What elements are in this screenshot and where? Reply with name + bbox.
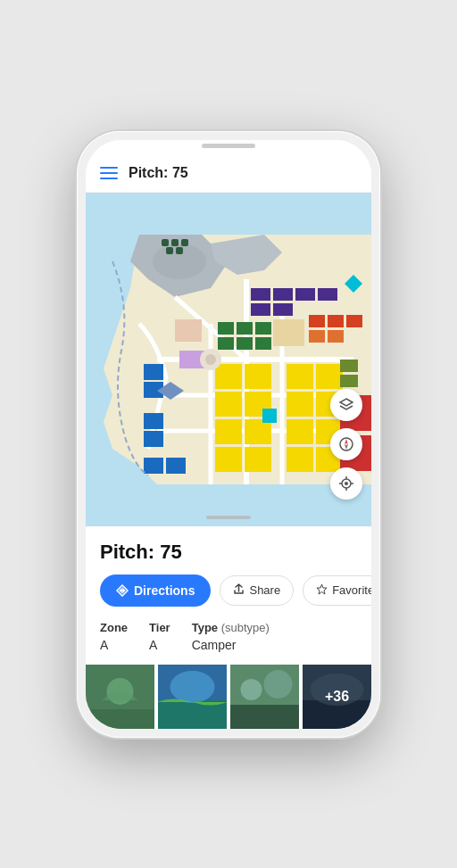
- zone-label: Zone: [100, 621, 128, 634]
- favorite-button[interactable]: Favorite: [303, 575, 371, 606]
- photo-thumb-1[interactable]: [86, 665, 154, 729]
- type-column: Type (subtype) Camper: [192, 621, 270, 652]
- type-label: Type (subtype): [192, 621, 270, 634]
- svg-rect-35: [218, 322, 234, 335]
- svg-rect-56: [340, 360, 358, 372]
- svg-rect-37: [218, 337, 234, 350]
- map-svg: [86, 193, 371, 526]
- svg-rect-36: [237, 322, 253, 335]
- zone-column: Zone A: [100, 621, 128, 652]
- compass-button[interactable]: [330, 428, 362, 460]
- menu-button[interactable]: [100, 167, 118, 179]
- svg-rect-30: [273, 288, 293, 301]
- action-buttons: Directions Share: [100, 575, 357, 607]
- svg-rect-57: [340, 375, 358, 387]
- tier-value: A: [149, 638, 170, 652]
- svg-rect-13: [287, 364, 313, 389]
- svg-rect-46: [273, 319, 304, 346]
- photo-strip: +36: [86, 665, 371, 729]
- svg-rect-28: [166, 458, 186, 474]
- svg-rect-79: [230, 705, 299, 729]
- svg-rect-32: [318, 288, 337, 301]
- type-subtype: (subtype): [221, 621, 270, 634]
- svg-point-80: [241, 679, 262, 700]
- zone-value: A: [100, 638, 128, 652]
- tier-column: Tier A: [149, 621, 170, 652]
- svg-rect-43: [346, 315, 362, 327]
- photo-thumb-2[interactable]: [158, 665, 227, 729]
- svg-marker-60: [345, 444, 348, 450]
- svg-rect-21: [287, 447, 313, 472]
- photo-more-count: +36: [325, 689, 349, 705]
- svg-point-81: [264, 670, 293, 699]
- svg-point-77: [170, 671, 215, 703]
- bottom-panel: Pitch: 75 Directions: [86, 526, 371, 729]
- info-table: Zone A Tier A Type (subtype) Camper: [100, 621, 357, 652]
- share-button[interactable]: Share: [220, 575, 294, 606]
- map-area[interactable]: [86, 193, 371, 526]
- svg-rect-2: [162, 239, 169, 246]
- locate-button[interactable]: [330, 467, 362, 500]
- phone-notch: [202, 144, 255, 148]
- svg-point-54: [205, 354, 216, 365]
- directions-button[interactable]: Directions: [100, 575, 211, 607]
- svg-rect-34: [273, 303, 293, 316]
- share-label: Share: [249, 583, 280, 597]
- svg-rect-27: [144, 458, 163, 474]
- svg-rect-74: [86, 709, 154, 729]
- svg-rect-50: [262, 409, 277, 423]
- map-controls: [330, 389, 362, 500]
- photo-thumb-3[interactable]: [230, 665, 299, 729]
- map-scroll-indicator: [206, 516, 251, 519]
- phone-frame: Pitch: 75: [77, 131, 380, 738]
- svg-marker-71: [317, 584, 327, 594]
- svg-rect-9: [215, 392, 242, 417]
- directions-label: Directions: [134, 583, 195, 598]
- photo-thumb-4[interactable]: +36: [303, 665, 371, 729]
- svg-rect-47: [175, 319, 202, 342]
- favorite-label: Favorite: [332, 583, 371, 597]
- svg-rect-44: [309, 330, 325, 343]
- svg-rect-12: [245, 419, 271, 444]
- svg-rect-20: [245, 447, 271, 472]
- phone-screen: Pitch: 75: [86, 140, 371, 729]
- svg-rect-38: [237, 337, 253, 350]
- svg-rect-33: [251, 303, 270, 316]
- svg-rect-19: [215, 447, 242, 472]
- svg-rect-14: [316, 364, 343, 389]
- pitch-title: Pitch: 75: [100, 541, 357, 564]
- svg-rect-11: [215, 419, 242, 444]
- svg-rect-25: [144, 413, 163, 429]
- svg-rect-45: [328, 330, 344, 343]
- svg-rect-15: [287, 392, 313, 417]
- share-icon: [233, 583, 245, 598]
- photo-more-overlay: +36: [303, 665, 371, 729]
- svg-rect-8: [245, 364, 271, 389]
- star-icon: [316, 583, 328, 598]
- svg-rect-29: [251, 288, 270, 301]
- svg-rect-7: [215, 364, 242, 389]
- svg-marker-59: [345, 439, 348, 444]
- tier-label: Tier: [149, 621, 170, 634]
- svg-rect-31: [295, 288, 315, 301]
- svg-rect-4: [181, 239, 188, 246]
- layers-button[interactable]: [330, 389, 362, 421]
- svg-rect-41: [309, 315, 325, 327]
- svg-rect-42: [328, 315, 344, 327]
- type-value: Camper: [192, 638, 270, 652]
- svg-rect-40: [255, 337, 271, 350]
- svg-rect-23: [144, 364, 163, 380]
- header-title: Pitch: 75: [129, 165, 188, 181]
- svg-rect-26: [144, 431, 163, 447]
- svg-rect-6: [176, 247, 183, 254]
- svg-rect-3: [171, 239, 179, 246]
- directions-nav-icon: [116, 584, 129, 597]
- svg-rect-5: [166, 247, 173, 254]
- svg-rect-39: [255, 322, 271, 335]
- svg-point-62: [345, 482, 348, 485]
- svg-rect-17: [287, 419, 313, 444]
